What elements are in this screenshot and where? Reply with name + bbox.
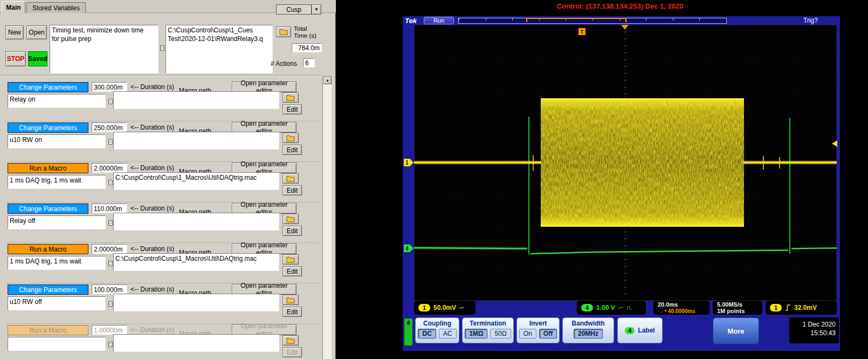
edit-macro-button[interactable]: Edit (283, 104, 302, 114)
macro-path-input[interactable] (113, 213, 279, 231)
scroll-up-icon[interactable]: ▲ (323, 76, 332, 84)
terminal-icon (108, 220, 113, 226)
action-type-button[interactable]: Change Parameters (8, 123, 88, 133)
cue-file-path-input[interactable]: C:\CuspControl\Cusp\1_Cues Test\2020-12-… (166, 25, 273, 73)
more-button[interactable]: More (713, 317, 759, 344)
remote-control-header: Control: (137.138.134.253) Dec 1, 2020 (474, 2, 766, 10)
macro-browse-button[interactable] (283, 254, 299, 265)
record-view-bar[interactable] (458, 18, 727, 24)
browse-folder-button[interactable] (276, 26, 291, 37)
open-parameter-editor-button[interactable]: Open parameter editor (232, 203, 297, 214)
cue-description-input[interactable]: Timing test, minimize down time for puls… (50, 25, 159, 73)
action-type-button[interactable]: Run a Macro (8, 163, 88, 173)
edit-macro-button[interactable]: Edit (283, 266, 302, 276)
trigger-readout[interactable]: 1 32.0mV (766, 301, 837, 315)
open-parameter-editor-button[interactable]: Open parameter editor (232, 324, 297, 335)
edit-macro-button[interactable]: Edit (283, 347, 302, 357)
macro-browse-button[interactable] (283, 173, 299, 184)
tab-stored-variables[interactable]: Stored Variables (26, 2, 86, 13)
macro-browse-button[interactable] (283, 295, 299, 305)
datetime-display: 1 Dec 2020 15:50:43 (789, 317, 839, 343)
trigger-status: Trig? (803, 17, 818, 24)
edit-macro-button[interactable]: Edit (283, 226, 302, 236)
terminal-icon (108, 342, 113, 347)
total-time-label: Total Time (s) (294, 25, 316, 39)
ch4-badge: 4 (581, 304, 593, 311)
ch1-scale-readout[interactable]: 1 50.0mV (414, 301, 476, 315)
scrollbar[interactable]: ▲ (322, 76, 332, 359)
dropdown-arrow-icon[interactable]: ▼ (312, 4, 321, 15)
open-parameter-editor-button[interactable]: Open parameter editor (232, 162, 297, 173)
open-parameter-editor-button[interactable]: Open parameter editor (232, 122, 297, 133)
macro-path-input[interactable] (113, 334, 279, 352)
folder-icon (286, 135, 295, 141)
saved-status-button[interactable]: Saved (28, 51, 47, 66)
active-channel-tab[interactable]: 4 (404, 319, 412, 346)
action-name-input[interactable]: 1 ms DAQ trig, 1 ms wait (8, 256, 106, 270)
open-parameter-editor-button[interactable]: Open parameter editor (232, 82, 297, 92)
macro-path-input[interactable] (113, 294, 279, 311)
macro-path-input[interactable]: C:\CuspControl\Cusp\1_Macros\Util\DAQtri… (113, 172, 279, 190)
invert-on-option[interactable]: On (519, 329, 536, 338)
new-button[interactable]: New (5, 25, 24, 39)
duration-input[interactable]: 110.000m (92, 204, 127, 213)
action-name-input[interactable]: Relay on (8, 94, 106, 108)
action-name-input[interactable]: 1 ms DAQ trig, 1 ms wait (8, 175, 106, 189)
terminal-icon (108, 180, 113, 185)
macro-path-input[interactable]: C:\CuspControl\Cusp\1_Macros\Util\DAQtri… (113, 253, 279, 271)
action-name-input[interactable]: u10 RW on (8, 134, 106, 148)
profile-select[interactable]: Cusp (276, 4, 312, 15)
open-button[interactable]: Open (26, 25, 47, 39)
action-type-button[interactable]: Run a Macro (8, 325, 88, 335)
action-type-button[interactable]: Run a Macro (8, 244, 88, 254)
folder-icon (286, 297, 295, 303)
action-type-button[interactable]: Change Parameters (8, 82, 88, 92)
macro-browse-button[interactable] (283, 133, 299, 143)
macro-browse-button[interactable] (283, 335, 299, 346)
stop-button[interactable]: STOP (5, 51, 26, 66)
termination-menu[interactable]: Termination 1MΩ 50Ω (462, 317, 514, 343)
duration-input[interactable]: 1.00000m (92, 325, 127, 335)
action-type-button[interactable]: Change Parameters (8, 285, 88, 295)
coupling-menu[interactable]: Coupling DC AC (415, 317, 459, 343)
macro-path-input[interactable] (113, 91, 279, 109)
open-parameter-editor-button[interactable]: Open parameter editor (232, 284, 297, 295)
action-name-input[interactable]: u10 RW off (8, 296, 106, 310)
action-row: Run a Macro 2.00000m <-- Duration (s) Ma… (5, 243, 319, 283)
duration-input[interactable]: 250.000m (92, 123, 127, 132)
invert-off-option[interactable]: Off (539, 329, 557, 338)
termination-50ohm-option[interactable]: 50Ω (490, 329, 511, 338)
action-type-button[interactable]: Change Parameters (8, 204, 88, 214)
timebase-readout[interactable]: 20.0ms →▼40.0000ms (653, 301, 709, 315)
tek-logo: Tek (405, 17, 417, 25)
date-value: 1 Dec 2020 (793, 320, 836, 329)
coupling-ac-option[interactable]: AC (439, 329, 457, 338)
macro-browse-button[interactable] (283, 214, 299, 224)
macro-path-input[interactable] (113, 132, 279, 150)
action-name-input[interactable] (8, 337, 106, 351)
macro-browse-button[interactable] (283, 92, 299, 103)
ch4-scale-readout[interactable]: 4 1.00 V (577, 301, 646, 315)
edit-macro-button[interactable]: Edit (283, 185, 302, 195)
termination-1mohm-option[interactable]: 1MΩ (465, 329, 487, 338)
coupling-dc-option[interactable]: DC (418, 329, 436, 338)
bandwidth-value-option[interactable]: 20MHz (574, 329, 603, 338)
invert-menu[interactable]: Invert On Off (516, 317, 560, 343)
trigger-t-marker[interactable]: T (578, 28, 585, 35)
duration-input[interactable]: 300.000m (92, 82, 127, 92)
edit-macro-button[interactable]: Edit (283, 145, 302, 155)
duration-input[interactable]: 2.00000m (92, 244, 127, 254)
bandwidth-menu[interactable]: Bandwidth 20MHz (562, 317, 614, 343)
open-parameter-editor-button[interactable]: Open parameter editor (232, 243, 297, 254)
action-name-input[interactable]: Relay off (8, 215, 106, 229)
delay-marker-icon: ▼ (664, 309, 667, 313)
tab-main[interactable]: Main (2, 1, 25, 13)
mini-square-icon (626, 306, 632, 310)
folder-icon (286, 175, 295, 182)
folder-icon (286, 216, 295, 222)
label-menu[interactable]: 4 Label (617, 317, 663, 343)
duration-input[interactable]: 100.000m (92, 285, 127, 294)
edit-macro-button[interactable]: Edit (283, 307, 302, 317)
rising-edge-icon (785, 304, 791, 311)
duration-input[interactable]: 2.00000m (92, 163, 127, 173)
